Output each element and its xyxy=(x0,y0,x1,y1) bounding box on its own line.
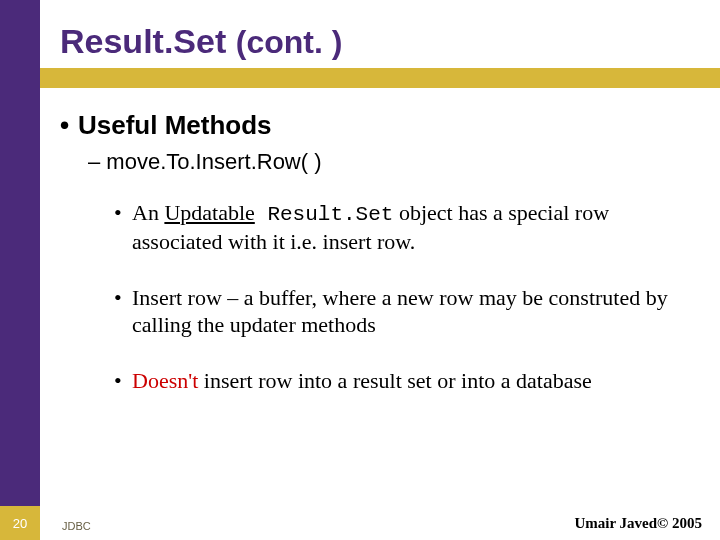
method-name: move.To.Insert.Row( ) xyxy=(106,149,321,174)
list-item: An Updatable Result.Set object has a spe… xyxy=(114,199,700,256)
page-number-text: 20 xyxy=(13,516,27,531)
slide-content: •Useful Methods – move.To.Insert.Row( ) … xyxy=(60,110,700,422)
footer-right: Umair Javed© 2005 xyxy=(574,515,702,532)
dash-prefix: – xyxy=(88,149,106,174)
title-main: Result.Set xyxy=(60,22,226,60)
text-pre: An xyxy=(132,200,164,225)
subheading-method: – move.To.Insert.Row( ) xyxy=(88,149,700,175)
title-sub: (cont. ) xyxy=(236,24,343,60)
bullet-dot: • xyxy=(60,110,78,141)
list-item: Insert row – a buffer, where a new row m… xyxy=(114,284,700,339)
text-red: Doesn't xyxy=(132,368,198,393)
list-item: Doesn't insert row into a result set or … xyxy=(114,367,700,395)
footer-left: JDBC xyxy=(62,520,91,532)
heading-useful-methods: •Useful Methods xyxy=(60,110,700,141)
heading-text: Useful Methods xyxy=(78,110,272,140)
slide-title: Result.Set (cont. ) xyxy=(60,22,342,61)
page-number: 20 xyxy=(0,506,40,540)
text-underline: Updatable xyxy=(164,200,254,225)
text: Insert row – a buffer, where a new row m… xyxy=(132,285,668,338)
text-mono: Result.Set xyxy=(255,203,394,226)
text-post: insert row into a result set or into a d… xyxy=(198,368,591,393)
body-list: An Updatable Result.Set object has a spe… xyxy=(114,199,700,394)
footer: 20 JDBC Umair Javed© 2005 xyxy=(0,506,720,540)
sidebar-stripe-over xyxy=(0,0,40,540)
title-underline-band xyxy=(0,68,720,88)
